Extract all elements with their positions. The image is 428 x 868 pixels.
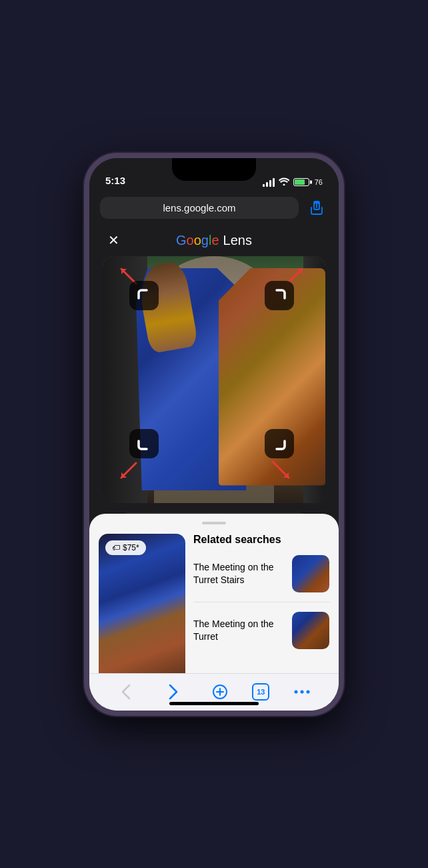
phone-frame: 5:13 76 lens.google.com <box>84 153 344 716</box>
status-icons: 76 <box>263 177 323 187</box>
wifi-icon <box>279 177 289 187</box>
close-icon: ✕ <box>108 232 119 248</box>
price-icon: 🏷 <box>112 543 120 552</box>
corner-handle-bl[interactable] <box>129 429 159 458</box>
lens-header: ✕ Google Lens <box>89 225 339 256</box>
arrow-bottom-left <box>116 456 143 483</box>
arrow-bottom-right <box>267 456 294 483</box>
panel-handle[interactable] <box>202 522 226 524</box>
back-button[interactable] <box>111 677 141 707</box>
tabs-count-label: 13 <box>257 688 265 696</box>
tabs-count-button[interactable]: 13 <box>252 683 269 701</box>
status-time: 5:13 <box>105 175 125 187</box>
price-badge: 🏷 $75* <box>105 540 146 555</box>
close-button[interactable]: ✕ <box>103 230 124 251</box>
search-result-item[interactable]: The Meeting on the Turret Stairs <box>193 555 329 602</box>
image-container[interactable] <box>103 256 325 503</box>
battery-icon <box>293 178 309 186</box>
url-bar: lens.google.com <box>89 191 339 225</box>
lens-area: ✕ Google Lens <box>89 225 339 711</box>
svg-point-13 <box>294 691 297 694</box>
search-result-thumb-1 <box>292 555 329 592</box>
svg-point-14 <box>300 691 303 694</box>
corner-handle-br[interactable] <box>265 429 294 458</box>
price-text: $75* <box>123 543 139 552</box>
related-searches-title: Related searches <box>193 534 329 546</box>
signal-icon <box>263 177 275 187</box>
svg-point-15 <box>306 691 309 694</box>
url-text: lens.google.com <box>163 202 235 213</box>
search-result-text-1: The Meeting on the Turret Stairs <box>193 561 285 585</box>
share-button[interactable] <box>305 197 328 220</box>
search-result-text-2: The Meeting on the Turret <box>193 618 285 642</box>
home-indicator <box>169 702 259 705</box>
search-result-thumb-2 <box>292 612 329 649</box>
lens-title-word: Lens <box>223 233 252 248</box>
google-logo-text: Google <box>176 233 219 248</box>
corner-handle-tl[interactable] <box>129 281 159 310</box>
more-button[interactable] <box>287 677 317 707</box>
url-field[interactable]: lens.google.com <box>100 197 299 219</box>
notch <box>172 158 256 181</box>
lens-logo: Google Lens <box>176 233 252 248</box>
corner-handle-tr[interactable] <box>265 281 294 310</box>
search-result-item-2[interactable]: The Meeting on the Turret <box>193 612 329 659</box>
battery-percentage: 76 <box>315 178 323 186</box>
